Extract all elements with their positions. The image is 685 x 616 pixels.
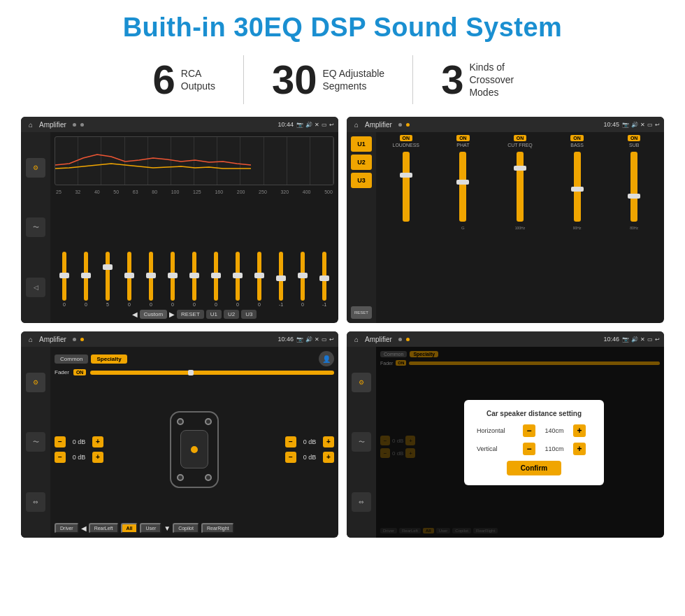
vol-icon-2: 🔊 (631, 122, 638, 128)
eq-slider-8[interactable]: 0 (228, 252, 247, 307)
spk-minus-3[interactable]: − (285, 452, 296, 463)
spk-user-btn[interactable]: User (140, 523, 161, 533)
spk-sidebar: ⚙ 〜 ⇔ (21, 347, 50, 538)
eq-slider-12[interactable]: -1 (315, 252, 334, 307)
screen-cross-body: U1 U2 U3 RESET ON LOUDNESS ON PHAT (347, 132, 664, 323)
eq-slider-4[interactable]: 0 (141, 252, 161, 307)
vertical-plus[interactable]: + (573, 443, 586, 455)
screen-spk-body: ⚙ 〜 ⇔ Common Specialty 👤 Fader ON (21, 347, 338, 538)
spk-fader-bar[interactable] (90, 371, 334, 375)
spk-left-arrow[interactable]: ◀ (81, 524, 87, 532)
eq-icon-speaker[interactable]: ◁ (26, 278, 45, 297)
spk-vol-row-1: − 0 dB + (55, 452, 103, 463)
spk-icon-filters[interactable]: ⚙ (26, 373, 45, 392)
eq-slider-10[interactable]: -1 (271, 252, 291, 307)
screen-speaker-card: ⌂ Amplifier 10:46 📷 🔊 ✕ ▭ ↩ ⚙ 〜 ⇔ (21, 331, 338, 538)
eq-u1-btn[interactable]: U1 (206, 310, 222, 319)
cross-u3[interactable]: U3 (351, 173, 372, 188)
car-outline (170, 411, 219, 488)
spk-icon-arrows[interactable]: ⇔ (26, 492, 45, 512)
eq-next-arrow[interactable]: ▶ (169, 310, 175, 318)
dist-icon-filters[interactable]: ⚙ (352, 373, 371, 392)
eq-u2-btn[interactable]: U2 (224, 310, 239, 319)
eq-slider-1[interactable]: 0 (76, 252, 96, 307)
spk-icon-wave[interactable]: 〜 (26, 432, 45, 452)
stats-row: 6 RCAOutputs 30 EQ AdjustableSegments 3 … (21, 55, 664, 104)
eq-slider-7[interactable]: 0 (206, 252, 226, 307)
eq-custom-btn[interactable]: Custom (140, 310, 168, 319)
spk-vol-row-3: − 0 dB + (285, 452, 334, 463)
vertical-minus[interactable]: − (523, 443, 535, 455)
center-point (191, 446, 198, 453)
vertical-label: Vertical (477, 445, 519, 452)
spk-profile-icon[interactable]: 👤 (319, 351, 334, 366)
eq-slider-11[interactable]: 0 (293, 252, 312, 307)
horizontal-label: Horizontal (477, 427, 519, 434)
spk-all-btn[interactable]: All (121, 523, 138, 533)
spk-vol-left: − 0 dB + − 0 dB + (55, 378, 103, 520)
spk-main: Common Specialty 👤 Fader ON (50, 347, 338, 538)
cutfreq-on: ON (514, 135, 527, 141)
horizontal-row: Horizontal − 140cm + (477, 424, 591, 437)
eq-slider-3[interactable]: 0 (120, 252, 139, 307)
spk-driver-btn[interactable]: Driver (55, 523, 79, 533)
eq-main: 25 32 40 50 63 80 100 125 160 200 250 32… (50, 132, 338, 323)
x-icon-2: ✕ (640, 122, 645, 128)
eq-u3-btn[interactable]: U3 (241, 310, 257, 319)
horizontal-plus[interactable]: + (573, 424, 586, 437)
horizontal-minus[interactable]: − (523, 424, 535, 437)
eq-bottom-bar: ◀ Custom ▶ RESET U1 U2 U3 (55, 307, 334, 319)
spk-right-arrow[interactable]: ▼ (164, 524, 171, 532)
spk-rearright-btn[interactable]: RearRight (201, 523, 235, 533)
screenshots-grid: ⌂ Amplifier 10:44 📷 🔊 ✕ ▭ ↩ ⚙ 〜 ◁ (21, 117, 664, 538)
stat-rca-number: 6 (153, 59, 175, 100)
spk-rearleft-btn[interactable]: RearLeft (89, 523, 119, 533)
page-container: Buith-in 30EQ DSP Sound System 6 RCAOutp… (0, 0, 685, 616)
dist-sidebar: ⚙ 〜 ⇔ (347, 347, 376, 538)
home-icon-3[interactable]: ⌂ (25, 334, 36, 345)
stat-crossover-label: Kinds ofCrossover Modes (469, 61, 532, 99)
eq-slider-6[interactable]: 0 (185, 252, 204, 307)
eq-reset-btn[interactable]: RESET (177, 310, 204, 319)
cross-u1[interactable]: U1 (351, 136, 372, 152)
confirm-button[interactable]: Confirm (507, 461, 561, 475)
eq-icon-wave[interactable]: 〜 (26, 217, 45, 237)
camera-icon-3: 📷 (296, 336, 303, 343)
spk-plus-1[interactable]: + (92, 452, 103, 463)
eq-sidebar: ⚙ 〜 ◁ (21, 132, 50, 323)
screen-dist-body: ⚙ 〜 ⇔ Common Specialty Fader (347, 347, 664, 538)
topbar-icons3: 📷 🔊 ✕ ▭ ↩ (296, 336, 334, 343)
dist-icon-arrows[interactable]: ⇔ (352, 492, 371, 512)
cross-reset[interactable]: RESET (351, 306, 372, 319)
spk-copilot-btn[interactable]: Copilot (173, 523, 199, 533)
spk-val-2: 0 dB (299, 438, 320, 445)
spk-plus-2[interactable]: + (323, 436, 334, 447)
eq-slider-5[interactable]: 0 (163, 252, 182, 307)
spk-plus-0[interactable]: + (92, 436, 103, 447)
dist-icon-wave[interactable]: 〜 (352, 432, 371, 452)
spk-fader-row: Fader ON (55, 369, 334, 375)
cross-u2[interactable]: U2 (351, 155, 372, 170)
eq-slider-2[interactable]: 5 (98, 252, 117, 307)
spk-minus-0[interactable]: − (55, 436, 66, 447)
eq-slider-0[interactable]: 0 (55, 252, 74, 307)
eq-prev-arrow[interactable]: ◀ (132, 310, 138, 318)
home-icon-4[interactable]: ⌂ (351, 334, 362, 345)
eq-slider-9[interactable]: 0 (250, 252, 269, 307)
back-icon-4: ↩ (655, 336, 660, 343)
spk-minus-1[interactable]: − (55, 452, 66, 463)
vertical-val: 110cm (540, 445, 569, 452)
x-icon: ✕ (315, 122, 319, 128)
spk-tabs-row: Common Specialty 👤 (55, 351, 334, 366)
spk-minus-2[interactable]: − (285, 436, 296, 447)
eq-icon-filters[interactable]: ⚙ (26, 158, 45, 178)
screen4-dot2 (406, 338, 410, 341)
spk-plus-3[interactable]: + (323, 452, 334, 463)
cross-main: ON LOUDNESS ON PHAT G ON CUT FREQ (376, 132, 664, 323)
distance-modal: Car speaker distance setting Horizontal … (464, 400, 604, 485)
home-icon-2[interactable]: ⌂ (351, 119, 362, 130)
rect-icon-2: ▭ (647, 122, 653, 128)
home-icon[interactable]: ⌂ (25, 119, 36, 130)
spk-tab-specialty[interactable]: Specialty (91, 354, 127, 364)
spk-tab-common[interactable]: Common (55, 354, 88, 364)
